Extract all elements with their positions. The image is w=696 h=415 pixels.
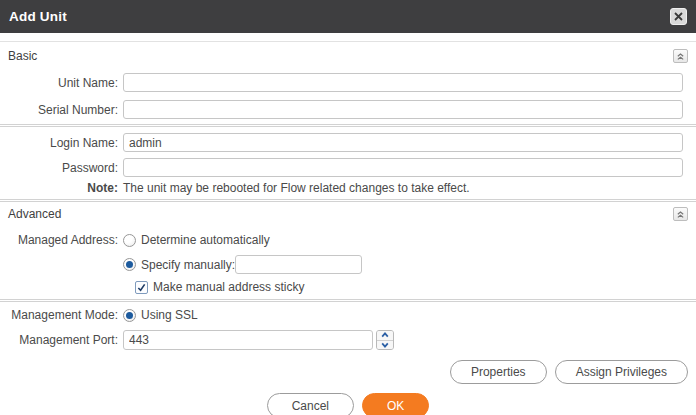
section-basic-header: Basic [0, 41, 696, 67]
footer-button-row: Cancel OK [0, 393, 696, 415]
note-row: Note: The unit may be rebooted for Flow … [0, 181, 696, 195]
sticky-label: Make manual address sticky [153, 280, 304, 294]
assign-privileges-button[interactable]: Assign Privileges [555, 360, 688, 384]
sticky-row: Make manual address sticky [0, 280, 696, 294]
specify-manually-input[interactable] [235, 255, 362, 274]
login-name-row: Login Name: [0, 133, 696, 152]
management-port-input[interactable] [123, 330, 373, 350]
ok-button[interactable]: OK [362, 393, 429, 415]
login-name-input[interactable] [123, 133, 683, 152]
management-mode-row: Management Mode: Using SSL [0, 308, 696, 322]
note-text: The unit may be rebooted for Flow relate… [123, 181, 470, 195]
cancel-button[interactable]: Cancel [267, 393, 354, 415]
sticky-checkbox[interactable] [135, 281, 148, 294]
radio-dot [126, 312, 133, 319]
radio-determine-automatically[interactable] [123, 234, 136, 247]
radio-dot [126, 261, 133, 268]
port-stepper-up[interactable] [377, 331, 393, 341]
collapse-advanced-button[interactable] [673, 207, 688, 221]
collapse-basic-button[interactable] [673, 49, 688, 63]
management-port-label: Management Port: [0, 333, 123, 347]
double-chevron-up-icon [676, 210, 685, 219]
password-input[interactable] [123, 158, 683, 177]
properties-button[interactable]: Properties [450, 360, 547, 384]
advanced-section-label: Advanced [8, 207, 61, 221]
using-ssl-label: Using SSL [141, 308, 198, 322]
specify-manually-row: Specify manually: [0, 255, 696, 274]
management-port-row: Management Port: [0, 330, 696, 350]
unit-name-label: Unit Name: [0, 76, 123, 90]
add-unit-dialog: Add Unit Basic Unit Name: Serial Number:… [0, 0, 696, 415]
unit-name-input[interactable] [123, 73, 683, 92]
management-mode-label: Management Mode: [0, 308, 123, 322]
managed-address-row: Managed Address: Determine automatically [0, 233, 696, 247]
determine-automatically-label: Determine automatically [141, 233, 270, 247]
radio-dot [126, 237, 133, 244]
separator [0, 299, 696, 302]
managed-address-label: Managed Address: [0, 233, 123, 247]
check-icon [137, 283, 146, 292]
titlebar: Add Unit [0, 0, 696, 33]
login-name-label: Login Name: [0, 136, 123, 150]
dialog-title: Add Unit [9, 9, 67, 24]
specify-manually-label: Specify manually: [141, 258, 235, 272]
radio-specify-manually[interactable] [123, 258, 136, 271]
radio-using-ssl[interactable] [123, 309, 136, 322]
unit-name-row: Unit Name: [0, 73, 696, 92]
serial-number-input[interactable] [123, 100, 683, 119]
password-label: Password: [0, 161, 123, 175]
password-row: Password: [0, 158, 696, 177]
aux-button-row: Properties Assign Privileges [0, 360, 696, 384]
close-button[interactable] [670, 8, 687, 25]
close-x-icon [674, 12, 683, 21]
port-stepper-down[interactable] [377, 341, 393, 350]
note-label: Note: [0, 181, 123, 195]
basic-section-label: Basic [8, 49, 37, 63]
double-chevron-up-icon [676, 52, 685, 61]
separator [0, 124, 696, 127]
chevron-up-icon [381, 332, 389, 338]
section-advanced-header: Advanced [0, 202, 696, 225]
port-stepper [376, 330, 394, 350]
chevron-down-icon [381, 342, 389, 348]
serial-number-row: Serial Number: [0, 100, 696, 119]
serial-number-label: Serial Number: [0, 103, 123, 117]
